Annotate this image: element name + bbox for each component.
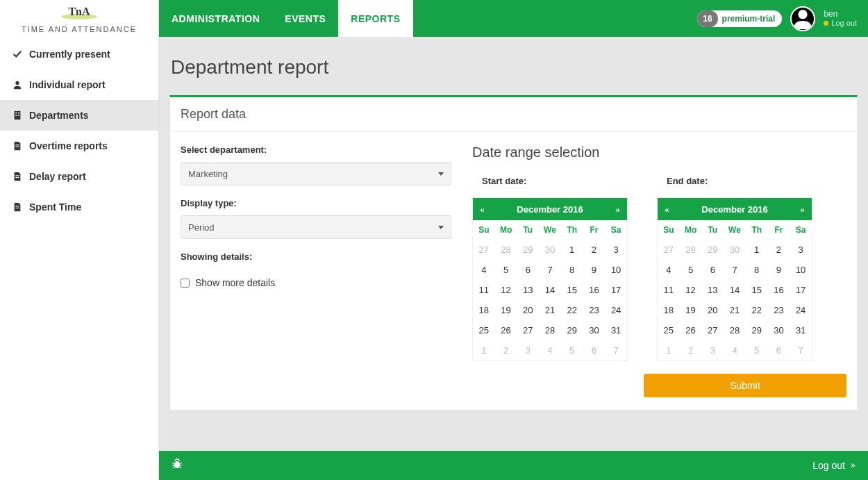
cal-day[interactable]: 30 [583,320,606,340]
sidebar-item-individual-report[interactable]: Individual report [0,69,158,100]
cal-day[interactable]: 6 [583,340,606,361]
cal-day[interactable]: 3 [701,340,724,361]
cal-day[interactable]: 4 [473,260,495,280]
cal-day[interactable]: 31 [605,320,627,340]
cal-day[interactable]: 22 [561,300,583,320]
cal-day[interactable]: 26 [495,320,517,340]
cal-day[interactable]: 29 [561,320,583,340]
cal-day[interactable]: 12 [680,280,702,300]
cal-day[interactable]: 17 [790,280,812,300]
cal-day[interactable]: 29 [746,320,768,340]
cal-day[interactable]: 13 [517,280,539,300]
cal-day[interactable]: 6 [768,340,790,361]
tab-events[interactable]: EVENTS [272,0,338,37]
cal-day[interactable]: 5 [495,260,517,280]
cal-day[interactable]: 27 [701,320,724,340]
cal-day[interactable]: 26 [680,320,702,340]
cal-day[interactable]: 6 [701,260,724,280]
cal-day[interactable]: 23 [583,300,606,320]
cal-day[interactable]: 8 [746,260,768,280]
cal-day[interactable]: 1 [658,340,680,361]
cal-next-button[interactable]: » [801,204,806,215]
cal-day[interactable]: 1 [473,340,495,361]
sidebar-item-overtime-reports[interactable]: Overtime reports [0,131,158,161]
cal-day[interactable]: 4 [658,260,680,280]
cal-prev-button[interactable]: « [665,204,669,215]
cal-day[interactable]: 29 [517,240,539,260]
cal-day[interactable]: 7 [724,260,746,280]
tab-administration[interactable]: ADMINISTRATION [159,0,272,37]
cal-day[interactable]: 10 [605,260,627,280]
show-more-details-checkbox[interactable] [181,279,190,288]
cal-day[interactable]: 20 [701,300,724,320]
cal-day[interactable]: 28 [495,240,517,260]
submit-button[interactable]: Submit [644,374,846,397]
cal-day[interactable]: 13 [701,280,724,300]
cal-day[interactable]: 4 [539,340,561,361]
cal-day[interactable]: 23 [768,300,790,320]
cal-day[interactable]: 10 [790,260,812,280]
cal-day[interactable]: 7 [539,260,561,280]
sidebar-item-departments[interactable]: Departments [0,100,158,131]
cal-day[interactable]: 3 [790,240,812,260]
cal-day[interactable]: 2 [768,240,790,260]
cal-day[interactable]: 28 [680,240,702,260]
sidebar-item-spent-time[interactable]: Spent Time [0,192,158,222]
cal-day[interactable]: 24 [790,300,812,320]
cal-day[interactable]: 29 [701,240,724,260]
cal-day[interactable]: 31 [790,320,812,340]
cal-day[interactable]: 2 [680,340,702,361]
sidebar-item-delay-report[interactable]: Delay report [0,161,158,192]
cal-day[interactable]: 5 [746,340,768,361]
cal-month-label[interactable]: December 2016 [701,204,767,215]
cal-day[interactable]: 19 [495,300,517,320]
cal-day[interactable]: 7 [790,340,812,361]
cal-month-label[interactable]: December 2016 [517,204,583,215]
cal-day[interactable]: 7 [605,340,627,361]
cal-day[interactable]: 24 [605,300,627,320]
cal-day[interactable]: 30 [724,240,746,260]
cal-day[interactable]: 14 [539,280,561,300]
avatar[interactable] [790,6,815,31]
cal-day[interactable]: 14 [724,280,746,300]
cal-day[interactable]: 30 [768,320,790,340]
cal-day[interactable]: 5 [680,260,702,280]
cal-day[interactable]: 15 [746,280,768,300]
cal-day[interactable]: 28 [539,320,561,340]
cal-day[interactable]: 4 [724,340,746,361]
cal-day[interactable]: 21 [724,300,746,320]
cal-day[interactable]: 12 [495,280,517,300]
bug-report-icon[interactable] [172,458,183,472]
cal-day[interactable]: 3 [517,340,539,361]
cal-day[interactable]: 8 [561,260,583,280]
cal-day[interactable]: 28 [724,320,746,340]
cal-day[interactable]: 17 [605,280,627,300]
department-select[interactable]: Marketing [181,162,451,185]
cal-day[interactable]: 30 [539,240,561,260]
cal-next-button[interactable]: » [616,204,621,215]
cal-day[interactable]: 1 [746,240,768,260]
cal-day[interactable]: 27 [658,240,680,260]
cal-day[interactable]: 22 [746,300,768,320]
trial-badge[interactable]: 16 premium-trial [697,10,782,27]
cal-day[interactable]: 19 [680,300,702,320]
display-type-select[interactable]: Period [181,215,451,239]
cal-day[interactable]: 1 [561,240,583,260]
cal-day[interactable]: 9 [768,260,790,280]
cal-day[interactable]: 2 [583,240,606,260]
cal-day[interactable]: 16 [583,280,606,300]
cal-day[interactable]: 15 [561,280,583,300]
cal-day[interactable]: 18 [658,300,680,320]
cal-day[interactable]: 11 [473,280,495,300]
cal-prev-button[interactable]: « [480,204,485,215]
topbar-logout[interactable]: Log out [824,19,857,28]
cal-day[interactable]: 9 [583,260,606,280]
cal-day[interactable]: 27 [517,320,539,340]
cal-day[interactable]: 25 [658,320,680,340]
tab-reports[interactable]: REPORTS [338,0,412,37]
sidebar-item-currently-present[interactable]: Currently present [0,39,158,69]
cal-day[interactable]: 21 [539,300,561,320]
cal-day[interactable]: 27 [473,240,495,260]
cal-day[interactable]: 6 [517,260,539,280]
footer-logout[interactable]: Log out » [812,460,856,471]
